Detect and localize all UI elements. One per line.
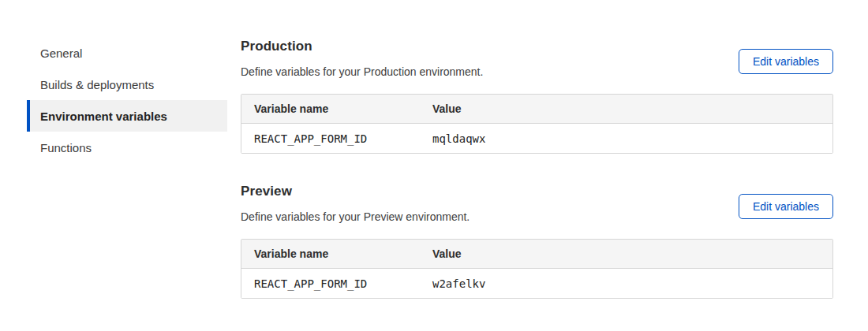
column-header-variable-name: Variable name [241, 95, 420, 124]
column-header-variable-name: Variable name [241, 240, 420, 269]
section-description: Define variables for your Production env… [241, 65, 483, 78]
sidebar-item-environment-variables[interactable]: Environment variables [27, 100, 227, 132]
edit-variables-button-production[interactable]: Edit variables [739, 49, 833, 74]
sidebar-item-functions[interactable]: Functions [27, 132, 227, 163]
environment-variables-panel: Production Define variables for your Pro… [241, 37, 833, 299]
sidebar-item-builds-deployments[interactable]: Builds & deployments [27, 69, 227, 100]
sidebar-item-label: Builds & deployments [40, 78, 154, 91]
variable-value-cell: w2afelkv [420, 269, 832, 298]
table-row: REACT_APP_FORM_ID w2afelkv [241, 269, 832, 298]
production-variables-table: Variable name Value REACT_APP_FORM_ID mq… [241, 94, 833, 154]
preview-section-header: Preview Define variables for your Previe… [241, 184, 833, 223]
column-header-value: Value [420, 240, 832, 269]
table-row: REACT_APP_FORM_ID mqldaqwx [241, 124, 832, 153]
settings-sidebar: General Builds & deployments Environment… [27, 37, 227, 299]
variable-name-cell: REACT_APP_FORM_ID [241, 124, 420, 153]
production-section: Production Define variables for your Pro… [241, 39, 833, 154]
table-header-row: Variable name Value [241, 240, 832, 269]
preview-header-text: Preview Define variables for your Previe… [241, 184, 470, 223]
production-header-text: Production Define variables for your Pro… [241, 39, 483, 78]
preview-section: Preview Define variables for your Previe… [241, 184, 833, 299]
variable-value-cell: mqldaqwx [420, 124, 832, 153]
sidebar-item-label: General [40, 46, 82, 60]
section-title: Production [241, 39, 483, 54]
sidebar-item-label: Functions [40, 141, 92, 154]
table-header-row: Variable name Value [241, 95, 832, 124]
preview-variables-table: Variable name Value REACT_APP_FORM_ID w2… [241, 239, 833, 299]
section-description: Define variables for your Preview enviro… [241, 210, 470, 223]
section-title: Preview [241, 184, 470, 199]
edit-variables-button-preview[interactable]: Edit variables [739, 194, 833, 219]
sidebar-item-general[interactable]: General [27, 37, 227, 69]
sidebar-item-label: Environment variables [40, 110, 167, 123]
production-section-header: Production Define variables for your Pro… [241, 39, 833, 78]
settings-page: General Builds & deployments Environment… [0, 0, 868, 299]
variable-name-cell: REACT_APP_FORM_ID [241, 269, 420, 298]
column-header-value: Value [420, 95, 832, 124]
